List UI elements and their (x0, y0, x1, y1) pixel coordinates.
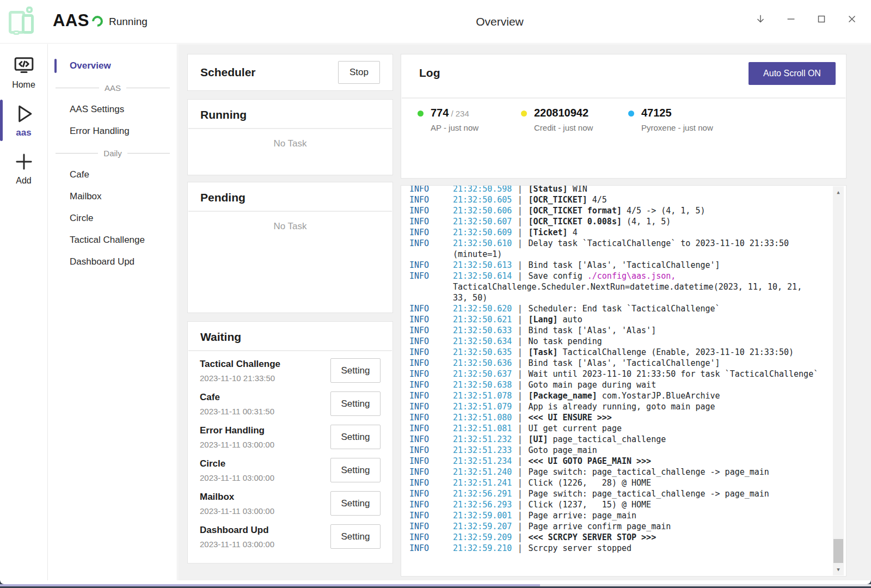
running-title: Running (188, 100, 392, 128)
stop-button[interactable]: Stop (338, 61, 380, 84)
log-line: INFO21:32:50.613|Bind task ['Alas', 'Tac… (401, 260, 832, 271)
rail-item-home[interactable]: Home (0, 51, 48, 94)
waiting-task-name: Circle (200, 458, 274, 469)
setting-button-cafe[interactable]: Setting (330, 391, 381, 416)
log-level: INFO (401, 369, 453, 379)
log-separator: | (512, 336, 528, 347)
rail-item-add[interactable]: Add (0, 147, 48, 190)
log-timestamp: 21:32:50.598 (453, 185, 512, 194)
log-line: INFO21:32:50.621|[Lang] auto (401, 314, 832, 325)
log-line: INFO21:32:51.078|[Package_name] com.Yost… (401, 390, 832, 401)
log-timestamp: 21:32:50.620 (453, 303, 512, 314)
log-line: INFO21:32:50.635|[Task] TacticalChalleng… (401, 347, 832, 358)
log-level: INFO (401, 499, 453, 510)
log-separator: | (512, 369, 528, 379)
sidebar-item-overview[interactable]: Overview (48, 55, 177, 77)
setting-button-error-handling[interactable]: Setting (330, 425, 381, 449)
setting-button-mailbox[interactable]: Setting (330, 491, 381, 516)
log-level: INFO (401, 379, 453, 390)
log-line: INFO21:32:59.001|Page arrive: page_main (401, 510, 832, 521)
log-separator: | (512, 194, 528, 205)
log-message: [Task] TacticalChallenge (Enable, 2023-1… (528, 347, 832, 358)
minimize-button[interactable] (778, 7, 803, 32)
scroll-down-arrow-icon[interactable]: ▼ (833, 565, 844, 574)
sidebar-item-tactical-challenge[interactable]: Tactical Challenge (48, 229, 177, 251)
log-line: INFO21:32:50.614|Save config ./config\aa… (401, 271, 832, 281)
log-separator: | (512, 271, 528, 281)
sidebar-section-label: Daily (103, 149, 121, 158)
log-level: INFO (401, 456, 453, 467)
waiting-task-name: Error Handling (200, 425, 274, 436)
log-message-part: Delay task `TacticalChallenge` to 2023-1… (528, 238, 789, 248)
setting-button-circle[interactable]: Setting (330, 458, 381, 482)
stat-ap: 774/ 234AP - just now (418, 107, 479, 132)
stat-dot-pyroxene-icon (628, 111, 634, 117)
log-timestamp: 21:32:51.080 (453, 412, 512, 423)
setting-button-tactical-challenge[interactable]: Setting (330, 358, 381, 383)
sidebar-item-mailbox[interactable]: Mailbox (48, 186, 177, 207)
stat-dot-ap-icon (418, 111, 424, 117)
waiting-item-tactical-challenge: Tactical Challenge2023-11-10 21:33:50Set… (200, 354, 381, 387)
log-level: INFO (401, 434, 453, 445)
stat-label: Credit - just now (534, 123, 593, 132)
log-message-part: Scrcpy server stopped (528, 543, 631, 553)
setting-button-dashboard-upd[interactable]: Setting (330, 524, 381, 549)
log-line: INFO21:32:51.080|<<< UI ENSURE >>> (401, 412, 832, 423)
page-title: Overview (476, 15, 524, 28)
log-line-continuation: (minute=1) (401, 249, 832, 260)
hide-window-button[interactable] (748, 7, 773, 32)
log-level: INFO (401, 194, 453, 205)
maximize-button[interactable] (809, 7, 834, 32)
log-level: INFO (401, 477, 453, 488)
divider (402, 97, 845, 99)
log-separator: | (512, 434, 528, 445)
stat-dot-credit-icon (521, 111, 527, 117)
sidebar: OverviewAASAAS SettingsError HandlingDai… (48, 44, 177, 580)
log-line: INFO21:32:59.207|Page arrive confirm pag… (401, 521, 832, 532)
scroll-up-arrow-icon[interactable]: ▲ (833, 188, 844, 197)
log-message-part: 4/5 (587, 195, 607, 205)
log-separator: | (512, 456, 528, 467)
log-timestamp: 21:32:50.636 (453, 358, 512, 369)
log-message: [UI] page_tactical_challenge (528, 434, 832, 445)
scrollbar-thumb[interactable] (833, 539, 843, 563)
log-output-panel: INFO21:32:50.598|[Status] WININFO21:32:5… (401, 185, 847, 577)
log-separator: | (512, 488, 528, 499)
log-separator: | (512, 521, 528, 532)
rail-label-aas: aas (0, 127, 48, 138)
log-level: INFO (401, 412, 453, 423)
sidebar-item-error-handling[interactable]: Error Handling (48, 120, 177, 142)
auto-scroll-button[interactable]: Auto Scroll ON (749, 62, 836, 85)
log-message-part: TacticalChallenge (Enable, 2023-11-10 21… (558, 347, 794, 357)
log-message-part: [UI] (528, 434, 548, 444)
log-line: INFO21:32:50.605|[OCR_TICKET] 4/5 (401, 194, 832, 205)
log-line: INFO21:32:51.079|App is already running,… (401, 401, 832, 412)
log-message: Goto main page during wait (528, 379, 832, 390)
log-message: [Status] WIN (528, 185, 832, 194)
log-level: INFO (401, 488, 453, 499)
sidebar-item-cafe[interactable]: Cafe (48, 164, 177, 186)
log-separator: | (512, 216, 528, 227)
log-message-part: Page arrive confirm page_main (528, 522, 671, 531)
log-timestamp: 21:32:50.609 (453, 227, 512, 238)
log-line: INFO21:32:50.638|Goto main page during w… (401, 379, 832, 390)
app-name: AAS (53, 11, 89, 30)
log-line: INFO21:32:50.610|Delay task `TacticalCha… (401, 238, 832, 249)
sidebar-item-dashboard-upd[interactable]: Dashboard Upd (48, 251, 177, 273)
log-timestamp: 21:32:59.209 (453, 532, 512, 543)
log-timestamp: 21:32:59.207 (453, 521, 512, 532)
main-content: Scheduler Stop Running No Task Pending N… (178, 44, 871, 580)
stat-body: 47125Pyroxene - just now (641, 107, 713, 132)
waiting-item-info: Dashboard Upd2023-11-11 03:00:00 (200, 525, 274, 549)
log-scrollbar[interactable]: ▲ ▼ (833, 186, 844, 575)
log-separator: | (512, 205, 528, 216)
close-button[interactable] (839, 7, 864, 32)
sidebar-item-circle[interactable]: Circle (48, 207, 177, 229)
rail-item-aas[interactable]: aas (0, 99, 48, 143)
waiting-item-cafe: Cafe2023-11-11 00:31:50Setting (200, 387, 381, 420)
log-separator: | (512, 347, 528, 358)
sidebar-item-aas-settings[interactable]: AAS Settings (48, 99, 177, 120)
title-bar: AAS Running Overview (0, 0, 871, 44)
stat-max: / 234 (451, 109, 469, 118)
log-message: <<< UI ENSURE >>> (528, 412, 832, 423)
